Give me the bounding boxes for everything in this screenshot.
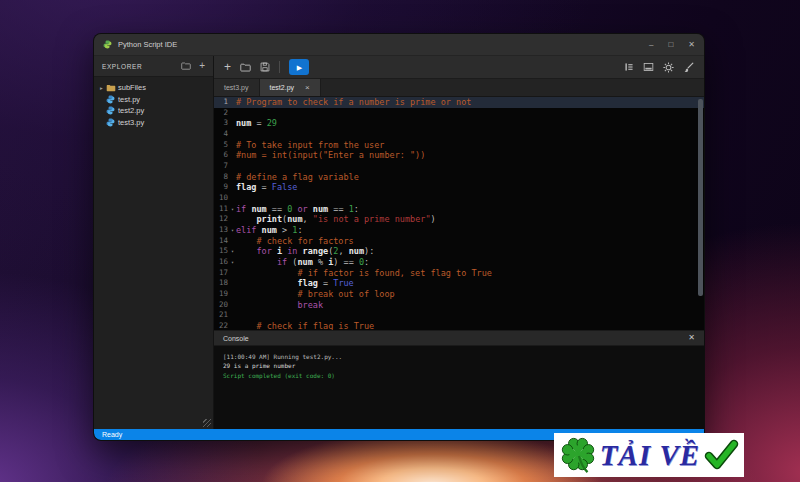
code-line[interactable]: 14 # check for factors <box>214 236 704 247</box>
line-number: 19 <box>214 289 229 300</box>
tree-item-file[interactable]: test2.py <box>94 105 213 117</box>
editor-scrollbar[interactable] <box>698 97 703 330</box>
line-number: 13 <box>214 225 229 236</box>
code-line[interactable]: 16▾ if (num % i) == 0: <box>214 257 704 268</box>
python-file-icon <box>106 118 115 127</box>
run-button[interactable]: ▶ <box>289 59 309 75</box>
maximize-button[interactable]: □ <box>668 41 673 49</box>
code-line[interactable]: 11▾if num == 0 or num == 1: <box>214 204 704 215</box>
fold-spacer <box>229 193 236 204</box>
fold-icon[interactable]: ▾ <box>229 204 236 215</box>
main-area: + ▶ <box>214 56 704 429</box>
code-line[interactable]: 17 # if factor is found, set flag to Tru… <box>214 268 704 279</box>
minimize-button[interactable]: – <box>649 41 653 49</box>
line-number: 14 <box>214 236 229 247</box>
fold-spacer <box>229 214 236 225</box>
scrollbar-thumb[interactable] <box>698 99 703 296</box>
fold-spacer <box>229 172 236 183</box>
close-button[interactable]: ✕ <box>688 41 695 49</box>
window-content: EXPLORER + ▸subFilestest.pytest2.pytest3… <box>94 56 704 429</box>
save-button[interactable] <box>260 62 270 72</box>
tab-close-icon[interactable]: × <box>305 84 310 92</box>
code-text: # check if flag is True <box>236 321 374 330</box>
line-number: 5 <box>214 140 229 151</box>
fold-spacer <box>229 310 236 321</box>
code-text: if (num % i) == 0: <box>236 257 369 268</box>
folder-outline-icon <box>181 62 191 70</box>
line-number: 9 <box>214 182 229 193</box>
line-number: 1 <box>214 97 229 108</box>
code-line[interactable]: 1# Program to check if a number is prime… <box>214 97 704 108</box>
code-line[interactable]: 10 <box>214 193 704 204</box>
panel-icon <box>643 62 654 72</box>
toolbar-separator <box>279 61 280 73</box>
format-list-button[interactable] <box>624 62 634 72</box>
code-line[interactable]: 9flag = False <box>214 182 704 193</box>
file-tree: ▸subFilestest.pytest2.pytest3.py <box>94 77 213 128</box>
desktop: { "window": { "title": "Python Script ID… <box>0 0 800 482</box>
new-folder-button[interactable] <box>181 62 191 70</box>
console-output: [11:00:49 AM] Running test2.py...29 is a… <box>214 346 704 429</box>
tree-item-folder[interactable]: ▸subFiles <box>94 82 213 94</box>
fold-icon[interactable]: ▾ <box>229 246 236 257</box>
code-editor[interactable]: 1# Program to check if a number is prime… <box>214 97 704 330</box>
line-number: 12 <box>214 214 229 225</box>
toggle-panel-button[interactable] <box>643 62 654 72</box>
code-line[interactable]: 7 <box>214 161 704 172</box>
line-number: 20 <box>214 300 229 311</box>
fold-icon[interactable]: ▾ <box>229 225 236 236</box>
code-text: break <box>236 300 323 311</box>
new-file-button[interactable]: + <box>199 61 205 71</box>
explorer-title: EXPLORER <box>102 63 173 70</box>
code-lines: 1# Program to check if a number is prime… <box>214 97 704 330</box>
code-text: # break out of loop <box>236 289 395 300</box>
fold-spacer <box>229 268 236 279</box>
code-line[interactable]: 3num = 29 <box>214 118 704 129</box>
tree-item-file[interactable]: test3.py <box>94 117 213 129</box>
fold-spacer <box>229 300 236 311</box>
fold-icon[interactable]: ▾ <box>229 257 236 268</box>
line-number: 6 <box>214 150 229 161</box>
fold-spacer <box>229 321 236 330</box>
code-line[interactable]: 20 break <box>214 300 704 311</box>
line-number: 4 <box>214 129 229 140</box>
code-line[interactable]: 12 print(num, "is not a prime number") <box>214 214 704 225</box>
console-line: [11:00:49 AM] Running test2.py... <box>223 352 704 361</box>
tab-test3.py[interactable]: test3.py <box>214 79 260 96</box>
explorer-header: EXPLORER + <box>94 56 213 77</box>
fold-spacer <box>229 108 236 119</box>
tab-label: test2.py <box>270 84 295 91</box>
fold-spacer <box>229 129 236 140</box>
line-number: 21 <box>214 310 229 321</box>
code-line[interactable]: 18 flag = True <box>214 278 704 289</box>
code-line[interactable]: 22 # check if flag is True <box>214 321 704 330</box>
code-line[interactable]: 4 <box>214 129 704 140</box>
code-line[interactable]: 21 <box>214 310 704 321</box>
play-icon: ▶ <box>297 64 302 71</box>
sidebar-resize-grip[interactable] <box>203 419 211 427</box>
code-line[interactable]: 13▾elif num > 1: <box>214 225 704 236</box>
code-line[interactable]: 6#num = int(input("Enter a number: ")) <box>214 150 704 161</box>
brush-icon <box>683 62 694 73</box>
chevron-right-icon: ▸ <box>97 85 106 91</box>
file-name: test.py <box>118 95 140 104</box>
console-close-button[interactable]: ✕ <box>688 334 695 342</box>
tree-item-file[interactable]: test.py <box>94 94 213 106</box>
tab-test2.py[interactable]: test2.py× <box>260 79 321 96</box>
code-line[interactable]: 2 <box>214 108 704 119</box>
code-line[interactable]: 19 # break out of loop <box>214 289 704 300</box>
fold-spacer <box>229 140 236 151</box>
settings-button[interactable] <box>663 62 674 73</box>
open-folder-button[interactable] <box>240 63 251 72</box>
code-line[interactable]: 8# define a flag variable <box>214 172 704 183</box>
line-number: 18 <box>214 278 229 289</box>
code-line[interactable]: 15▾ for i in range(2, num): <box>214 246 704 257</box>
theme-button[interactable] <box>683 62 694 73</box>
list-icon <box>624 62 634 72</box>
folder-icon <box>106 84 117 92</box>
code-text: # Program to check if a number is prime … <box>236 97 471 108</box>
app-window: Python Script IDE – □ ✕ EXPLORER + ▸subF… <box>93 33 705 441</box>
download-badge: TẢI VỀ <box>554 433 744 477</box>
new-file-toolbar-button[interactable]: + <box>224 61 231 73</box>
code-line[interactable]: 5# To take input from the user <box>214 140 704 151</box>
